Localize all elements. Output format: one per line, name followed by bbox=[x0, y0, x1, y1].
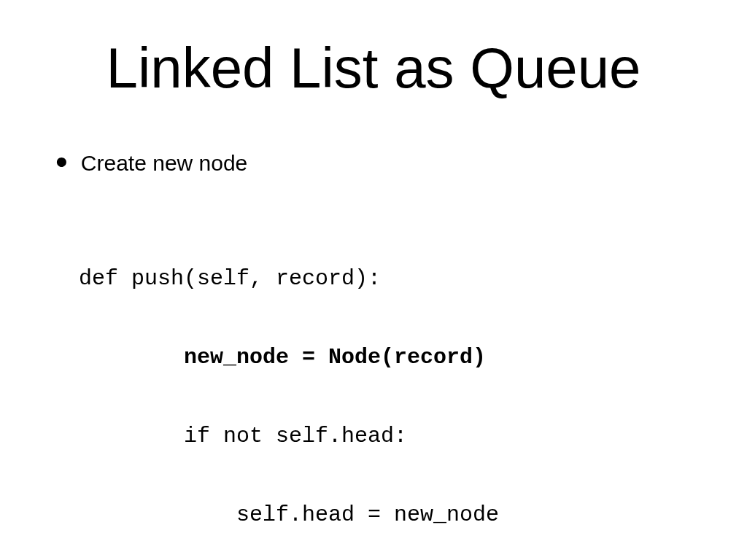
code-block: def push(self, record): new_node = Node(… bbox=[79, 213, 722, 560]
bullet-text: Create new node bbox=[81, 150, 248, 176]
code-line-2: new_node = Node(record) bbox=[79, 344, 722, 370]
code-line-1: def push(self, record): bbox=[79, 265, 722, 292]
bullet-item: • Create new node bbox=[55, 150, 247, 176]
code-line-3: if not self.head: bbox=[79, 423, 722, 449]
bullet-marker: • bbox=[55, 152, 68, 172]
slide-title: Linked List as Queue bbox=[0, 35, 747, 101]
code-line-4: self.head = new_node bbox=[79, 502, 722, 528]
slide: Linked List as Queue • Create new node d… bbox=[0, 0, 747, 560]
